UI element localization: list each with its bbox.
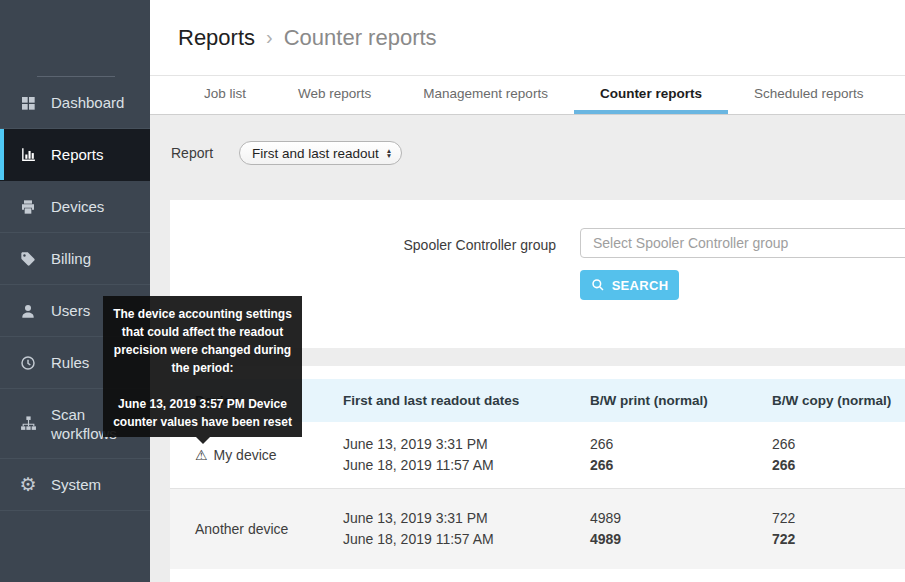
clock-icon <box>18 355 38 371</box>
device-name-cell: Another device <box>195 521 343 537</box>
select-updown-icon: ▲▼ <box>386 148 392 159</box>
sitemap-icon <box>18 415 38 432</box>
device-name: My device <box>214 447 277 463</box>
printer-icon <box>18 199 38 215</box>
report-type-selected-value: First and last readout <box>252 146 379 161</box>
breadcrumb-separator-icon: › <box>266 26 273 49</box>
sidebar: Dashboard Reports Devices Billing Users <box>0 0 150 582</box>
user-icon <box>18 303 38 319</box>
sidebar-item-billing[interactable]: Billing <box>0 233 150 285</box>
tab-bar: Job list Web reports Management reports … <box>150 76 905 115</box>
tab-job-list[interactable]: Job list <box>178 76 272 114</box>
spooler-group-input[interactable] <box>580 228 905 258</box>
sidebar-item-label: Reports <box>51 145 104 164</box>
tab-management-reports[interactable]: Management reports <box>397 76 574 114</box>
device-name-cell: ⚠ My device <box>195 447 343 463</box>
sidebar-item-label: Dashboard <box>51 93 124 112</box>
warning-icon[interactable]: ⚠ <box>195 447 208 463</box>
search-button[interactable]: SEARCH <box>580 270 679 300</box>
bw-print-cell: 266 266 <box>590 434 772 476</box>
tooltip-arrow <box>196 437 210 444</box>
sidebar-nav: Dashboard Reports Devices Billing Users <box>0 77 150 511</box>
tab-scheduled-reports[interactable]: Scheduled reports <box>728 76 890 114</box>
main-content: Reports › Counter reports Job list Web r… <box>150 0 905 582</box>
sidebar-item-label: Devices <box>51 197 104 216</box>
dashboard-grid-icon <box>18 95 38 111</box>
search-button-label: SEARCH <box>612 278 669 293</box>
readout-dates-cell: June 13, 2019 3:31 PM June 18, 2019 11:5… <box>343 434 590 476</box>
bw-copy-cell: 722 722 <box>772 508 905 550</box>
bw-print-cell: 4989 4989 <box>590 508 772 550</box>
sidebar-logo-area <box>0 0 150 77</box>
page-header: Reports › Counter reports <box>150 0 905 76</box>
warning-tooltip: The device accounting settings that coul… <box>103 296 302 437</box>
tooltip-text-line2: June 13, 2019 3:57 PM Device counter val… <box>109 395 296 431</box>
tab-counter-reports[interactable]: Counter reports <box>574 76 728 114</box>
table-row: Another device June 13, 2019 3:31 PM Jun… <box>170 488 905 569</box>
sidebar-item-label: Users <box>51 301 90 320</box>
readout-dates-cell: June 13, 2019 3:31 PM June 18, 2019 11:5… <box>343 508 590 550</box>
sidebar-item-dashboard[interactable]: Dashboard <box>0 77 150 129</box>
tag-icon <box>18 251 38 267</box>
page-title: Counter reports <box>284 25 437 51</box>
breadcrumb: Reports › Counter reports <box>178 25 437 51</box>
sidebar-item-devices[interactable]: Devices <box>0 181 150 233</box>
spooler-group-label: Spooler Controller group <box>170 237 556 253</box>
report-filter-row: Report First and last readout ▲▼ <box>171 141 402 165</box>
breadcrumb-parent[interactable]: Reports <box>178 25 255 51</box>
sidebar-item-label: Billing <box>51 249 91 268</box>
gear-icon: ⚙ <box>18 475 38 494</box>
sidebar-item-system[interactable]: ⚙ System <box>0 459 150 511</box>
tab-web-reports[interactable]: Web reports <box>272 76 397 114</box>
column-header-readout-dates: First and last readout dates <box>343 393 590 408</box>
search-icon <box>591 278 605 292</box>
sidebar-item-reports[interactable]: Reports <box>0 129 150 181</box>
report-type-select[interactable]: First and last readout ▲▼ <box>239 141 402 165</box>
device-name: Another device <box>195 521 288 537</box>
report-filter-label: Report <box>171 145 213 161</box>
tooltip-text-line1: The device accounting settings that coul… <box>109 305 296 377</box>
column-header-bw-print: B/W print (normal) <box>590 393 772 408</box>
sidebar-item-label: Rules <box>51 353 89 372</box>
column-header-bw-copy: B/W copy (normal) <box>772 393 905 408</box>
sidebar-item-label: System <box>51 475 101 494</box>
bar-chart-icon <box>18 146 38 163</box>
bw-copy-cell: 266 266 <box>772 434 905 476</box>
